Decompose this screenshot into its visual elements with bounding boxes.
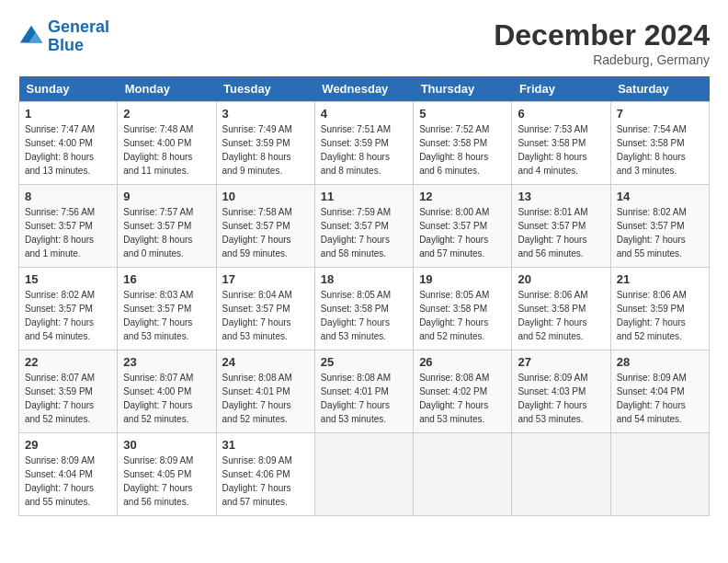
day-info: Sunrise: 7:58 AM Sunset: 3:57 PM Dayligh…: [222, 205, 309, 260]
logo: General Blue: [18, 18, 109, 55]
day-number: 1: [25, 107, 111, 121]
day-number: 5: [419, 107, 506, 121]
location: Radeburg, Germany: [494, 52, 710, 67]
calendar-row: 1Sunrise: 7:47 AM Sunset: 4:00 PM Daylig…: [19, 102, 710, 185]
calendar-header-wednesday: Wednesday: [314, 76, 413, 102]
calendar-day-7: 7Sunrise: 7:54 AM Sunset: 3:58 PM Daylig…: [610, 102, 709, 185]
calendar-day-9: 9Sunrise: 7:57 AM Sunset: 3:57 PM Daylig…: [118, 185, 216, 268]
day-number: 2: [123, 107, 210, 121]
day-info: Sunrise: 8:09 AM Sunset: 4:03 PM Dayligh…: [518, 371, 604, 426]
day-number: 16: [123, 272, 210, 286]
day-number: 14: [617, 190, 703, 203]
day-info: Sunrise: 7:56 AM Sunset: 3:57 PM Dayligh…: [25, 205, 111, 260]
day-info: Sunrise: 8:06 AM Sunset: 3:59 PM Dayligh…: [617, 288, 703, 343]
day-number: 15: [25, 272, 111, 286]
day-number: 28: [617, 355, 703, 369]
day-number: 22: [25, 355, 111, 369]
empty-cell: [512, 433, 610, 516]
day-number: 10: [222, 190, 309, 203]
day-info: Sunrise: 8:05 AM Sunset: 3:58 PM Dayligh…: [321, 288, 407, 343]
day-number: 11: [321, 190, 407, 203]
calendar-day-25: 25Sunrise: 8:08 AM Sunset: 4:01 PM Dayli…: [314, 350, 413, 433]
day-number: 30: [123, 438, 210, 452]
header: General Blue December 2024 Radeburg, Ger…: [18, 18, 710, 67]
day-number: 31: [222, 438, 309, 452]
calendar-day-22: 22Sunrise: 8:07 AM Sunset: 3:59 PM Dayli…: [19, 350, 118, 433]
calendar-row: 8Sunrise: 7:56 AM Sunset: 3:57 PM Daylig…: [19, 185, 710, 268]
day-info: Sunrise: 7:48 AM Sunset: 4:00 PM Dayligh…: [123, 122, 210, 178]
day-number: 8: [25, 190, 111, 203]
day-info: Sunrise: 7:47 AM Sunset: 4:00 PM Dayligh…: [25, 122, 111, 178]
day-info: Sunrise: 8:08 AM Sunset: 4:01 PM Dayligh…: [321, 371, 407, 426]
day-info: Sunrise: 8:02 AM Sunset: 3:57 PM Dayligh…: [617, 205, 703, 260]
calendar-day-10: 10Sunrise: 7:58 AM Sunset: 3:57 PM Dayli…: [216, 185, 314, 268]
calendar-day-16: 16Sunrise: 8:03 AM Sunset: 3:57 PM Dayli…: [118, 268, 216, 350]
day-info: Sunrise: 7:54 AM Sunset: 3:58 PM Dayligh…: [617, 122, 703, 178]
logo-text: General Blue: [48, 18, 109, 55]
day-info: Sunrise: 7:59 AM Sunset: 3:57 PM Dayligh…: [321, 205, 407, 260]
calendar-row: 22Sunrise: 8:07 AM Sunset: 3:59 PM Dayli…: [19, 350, 710, 433]
calendar-day-20: 20Sunrise: 8:06 AM Sunset: 3:58 PM Dayli…: [512, 268, 610, 350]
calendar-row: 29Sunrise: 8:09 AM Sunset: 4:04 PM Dayli…: [19, 433, 710, 516]
day-info: Sunrise: 7:51 AM Sunset: 3:59 PM Dayligh…: [321, 122, 407, 178]
day-number: 7: [617, 107, 703, 121]
calendar-day-30: 30Sunrise: 8:09 AM Sunset: 4:05 PM Dayli…: [118, 433, 216, 516]
calendar-day-3: 3Sunrise: 7:49 AM Sunset: 3:59 PM Daylig…: [216, 102, 314, 185]
day-number: 23: [123, 355, 210, 369]
calendar-day-17: 17Sunrise: 8:04 AM Sunset: 3:57 PM Dayli…: [216, 268, 314, 350]
calendar-day-1: 1Sunrise: 7:47 AM Sunset: 4:00 PM Daylig…: [19, 102, 118, 185]
day-info: Sunrise: 8:08 AM Sunset: 4:01 PM Dayligh…: [222, 371, 309, 426]
calendar-day-31: 31Sunrise: 8:09 AM Sunset: 4:06 PM Dayli…: [216, 433, 314, 516]
day-info: Sunrise: 8:09 AM Sunset: 4:04 PM Dayligh…: [25, 454, 111, 509]
empty-cell: [414, 433, 512, 516]
day-info: Sunrise: 8:09 AM Sunset: 4:05 PM Dayligh…: [123, 454, 210, 509]
calendar-header-tuesday: Tuesday: [216, 76, 314, 102]
calendar-header-row: SundayMondayTuesdayWednesdayThursdayFrid…: [19, 76, 710, 102]
calendar-day-19: 19Sunrise: 8:05 AM Sunset: 3:58 PM Dayli…: [414, 268, 512, 350]
day-info: Sunrise: 8:05 AM Sunset: 3:58 PM Dayligh…: [419, 288, 506, 343]
day-number: 25: [321, 355, 407, 369]
day-info: Sunrise: 8:09 AM Sunset: 4:04 PM Dayligh…: [617, 371, 703, 426]
calendar-day-11: 11Sunrise: 7:59 AM Sunset: 3:57 PM Dayli…: [314, 185, 413, 268]
day-info: Sunrise: 8:06 AM Sunset: 3:58 PM Dayligh…: [518, 288, 604, 343]
calendar-day-14: 14Sunrise: 8:02 AM Sunset: 3:57 PM Dayli…: [610, 185, 709, 268]
calendar-day-23: 23Sunrise: 8:07 AM Sunset: 4:00 PM Dayli…: [118, 350, 216, 433]
calendar-day-6: 6Sunrise: 7:53 AM Sunset: 3:58 PM Daylig…: [512, 102, 610, 185]
logo-icon: [18, 24, 44, 50]
calendar-day-24: 24Sunrise: 8:08 AM Sunset: 4:01 PM Dayli…: [216, 350, 314, 433]
day-number: 3: [222, 107, 309, 121]
calendar-body: 1Sunrise: 7:47 AM Sunset: 4:00 PM Daylig…: [19, 102, 710, 516]
day-number: 12: [419, 190, 506, 203]
empty-cell: [610, 433, 709, 516]
day-info: Sunrise: 7:53 AM Sunset: 3:58 PM Dayligh…: [518, 122, 604, 178]
day-number: 21: [617, 272, 703, 286]
day-info: Sunrise: 7:49 AM Sunset: 3:59 PM Dayligh…: [222, 122, 309, 178]
day-info: Sunrise: 8:08 AM Sunset: 4:02 PM Dayligh…: [419, 371, 506, 426]
day-number: 4: [321, 107, 407, 121]
day-number: 9: [123, 190, 210, 203]
calendar-header-friday: Friday: [512, 76, 610, 102]
day-info: Sunrise: 8:01 AM Sunset: 3:57 PM Dayligh…: [518, 205, 604, 260]
day-number: 24: [222, 355, 309, 369]
day-number: 18: [321, 272, 407, 286]
day-number: 29: [25, 438, 111, 452]
day-number: 19: [419, 272, 506, 286]
calendar-day-28: 28Sunrise: 8:09 AM Sunset: 4:04 PM Dayli…: [610, 350, 709, 433]
calendar-day-29: 29Sunrise: 8:09 AM Sunset: 4:04 PM Dayli…: [19, 433, 118, 516]
day-info: Sunrise: 8:09 AM Sunset: 4:06 PM Dayligh…: [222, 454, 309, 509]
calendar-row: 15Sunrise: 8:02 AM Sunset: 3:57 PM Dayli…: [19, 268, 710, 350]
calendar-day-13: 13Sunrise: 8:01 AM Sunset: 3:57 PM Dayli…: [512, 185, 610, 268]
calendar-day-27: 27Sunrise: 8:09 AM Sunset: 4:03 PM Dayli…: [512, 350, 610, 433]
day-number: 20: [518, 272, 604, 286]
calendar-day-26: 26Sunrise: 8:08 AM Sunset: 4:02 PM Dayli…: [414, 350, 512, 433]
calendar-day-21: 21Sunrise: 8:06 AM Sunset: 3:59 PM Dayli…: [610, 268, 709, 350]
day-info: Sunrise: 8:00 AM Sunset: 3:57 PM Dayligh…: [419, 205, 506, 260]
calendar-day-18: 18Sunrise: 8:05 AM Sunset: 3:58 PM Dayli…: [314, 268, 413, 350]
day-number: 13: [518, 190, 604, 203]
calendar-header-monday: Monday: [118, 76, 216, 102]
calendar-day-5: 5Sunrise: 7:52 AM Sunset: 3:58 PM Daylig…: [414, 102, 512, 185]
day-number: 27: [518, 355, 604, 369]
calendar-header-thursday: Thursday: [414, 76, 512, 102]
day-number: 6: [518, 107, 604, 121]
day-info: Sunrise: 8:04 AM Sunset: 3:57 PM Dayligh…: [222, 288, 309, 343]
